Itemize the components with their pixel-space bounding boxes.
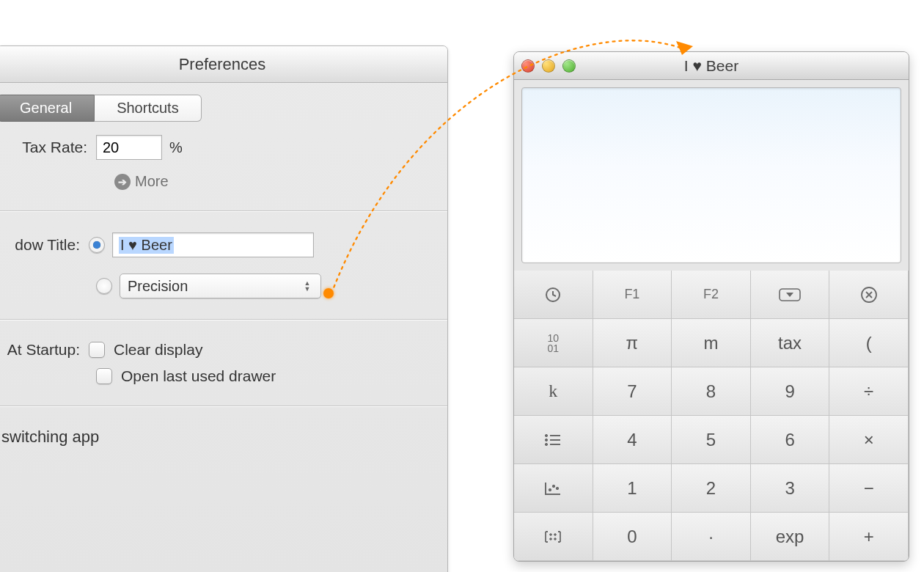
zoom-icon[interactable] <box>562 59 576 73</box>
tax-rate-row: Tax Rate: % <box>0 135 447 160</box>
key-divide[interactable]: ÷ <box>829 367 909 416</box>
svg-point-3 <box>546 434 548 436</box>
annotation-dot-icon <box>323 288 334 298</box>
window-title-label: dow Title: <box>0 236 89 254</box>
key-matrix[interactable] <box>514 513 593 561</box>
switching-app-label: switching app <box>1 428 99 447</box>
key-dropdown[interactable] <box>751 271 830 319</box>
tax-rate-label: Tax Rate: <box>0 139 96 156</box>
svg-point-10 <box>553 485 555 487</box>
key-6[interactable]: 6 <box>751 416 830 464</box>
key-5[interactable]: 5 <box>672 416 751 464</box>
percent-label: % <box>169 139 183 156</box>
key-f1[interactable]: F1 <box>593 271 672 319</box>
checkbox-clear-display-label: Clear display <box>114 341 202 359</box>
key-history[interactable] <box>514 271 593 319</box>
radio-precision-title[interactable] <box>96 278 112 294</box>
more-link[interactable]: ➔ More <box>114 173 447 190</box>
startup-row-2: Open last used drawer <box>0 367 447 385</box>
triangle-down-in-box-icon <box>779 288 801 301</box>
binary-icon: 10 01 <box>548 333 560 353</box>
clock-icon <box>544 286 562 304</box>
precision-select[interactable]: Precision ▲▼ <box>120 274 321 298</box>
svg-point-13 <box>554 533 557 535</box>
key-3[interactable]: 3 <box>751 464 830 513</box>
key-1[interactable]: 1 <box>593 464 672 513</box>
radio-custom-title[interactable] <box>89 237 105 253</box>
matrix-icon <box>543 530 563 543</box>
precision-row: Precision ▲▼ <box>0 274 447 298</box>
svg-point-11 <box>557 487 559 489</box>
key-f2[interactable]: F2 <box>672 271 751 319</box>
key-clear[interactable] <box>829 271 909 319</box>
window-title-row: dow Title: I ♥ Beer <box>0 232 447 257</box>
traffic-lights <box>521 59 576 73</box>
key-0[interactable]: 0 <box>593 513 672 561</box>
key-list[interactable] <box>514 416 593 464</box>
switching-app-row: switching app <box>0 428 447 447</box>
key-pi[interactable]: π <box>593 319 672 367</box>
key-multiply[interactable]: × <box>829 416 909 464</box>
key-exp[interactable]: exp <box>751 513 830 561</box>
close-icon[interactable] <box>521 59 535 73</box>
svg-point-14 <box>550 538 552 540</box>
key-4[interactable]: 4 <box>593 416 672 464</box>
tab-shortcuts[interactable]: Shortcuts <box>95 95 201 122</box>
chevrons-icon: ▲▼ <box>301 281 313 292</box>
tab-general[interactable]: General <box>0 95 95 122</box>
calculator-display <box>521 87 901 263</box>
key-dot[interactable]: · <box>672 513 751 561</box>
svg-point-15 <box>554 538 557 540</box>
key-9[interactable]: 9 <box>751 367 830 416</box>
key-binary[interactable]: 10 01 <box>514 319 593 367</box>
svg-point-9 <box>549 488 551 491</box>
checkbox-open-drawer-label: Open last used drawer <box>121 367 276 385</box>
checkbox-clear-display[interactable] <box>89 342 105 358</box>
tax-rate-input[interactable] <box>96 135 162 160</box>
key-8[interactable]: 8 <box>672 367 751 416</box>
calculator-titlebar[interactable]: I ♥ Beer <box>514 52 909 80</box>
svg-point-5 <box>546 439 548 441</box>
key-plus[interactable]: + <box>829 513 909 561</box>
startup-label: At Startup: <box>0 341 89 359</box>
svg-point-7 <box>546 443 548 445</box>
key-7[interactable]: 7 <box>593 367 672 416</box>
key-k[interactable]: k <box>514 367 593 416</box>
list-icon <box>544 433 562 447</box>
preferences-window: Preferences General Shortcuts Tax Rate: … <box>0 45 448 572</box>
key-2[interactable]: 2 <box>672 464 751 513</box>
preferences-title: Preferences <box>179 55 266 73</box>
calculator-keypad: F1 F2 10 01 π m tax ( k 7 8 9 ÷ <box>514 271 909 561</box>
custom-title-input[interactable]: I ♥ Beer <box>112 232 314 257</box>
scatter-plot-icon <box>544 481 562 496</box>
svg-point-12 <box>550 533 552 535</box>
minimize-icon[interactable] <box>542 59 555 73</box>
calculator-window: I ♥ Beer F1 F2 10 01 π m tax ( k 7 8 9 <box>513 51 909 562</box>
key-paren-open[interactable]: ( <box>829 319 909 367</box>
key-tax[interactable]: tax <box>751 319 830 367</box>
key-minus[interactable]: − <box>829 464 909 513</box>
key-m[interactable]: m <box>672 319 751 367</box>
divider <box>0 210 447 212</box>
checkbox-open-drawer[interactable] <box>96 368 112 384</box>
preferences-tabbar: General Shortcuts <box>0 95 447 122</box>
key-scatter[interactable] <box>514 464 593 513</box>
x-in-circle-icon <box>859 285 879 304</box>
startup-row-1: At Startup: Clear display <box>0 341 447 359</box>
divider <box>0 319 447 320</box>
arrow-right-icon: ➔ <box>114 174 131 190</box>
divider <box>0 406 447 407</box>
preferences-titlebar: Preferences <box>0 46 447 83</box>
